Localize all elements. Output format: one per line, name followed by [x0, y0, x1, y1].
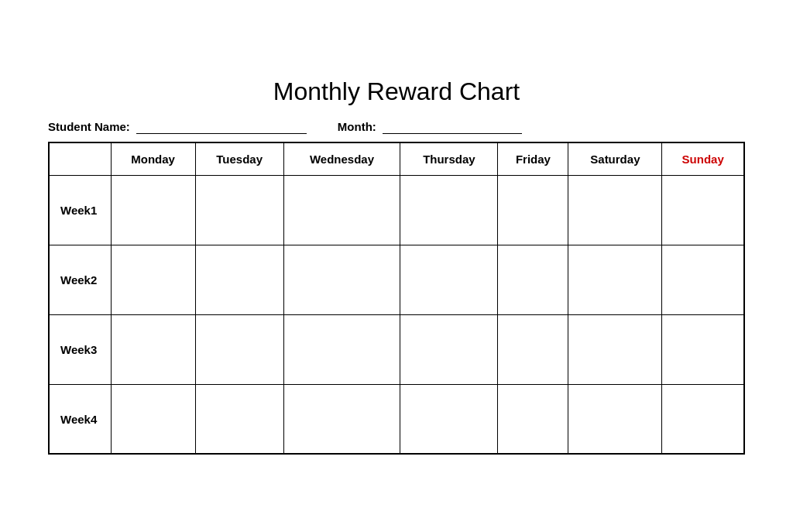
week3-label: Week3: [49, 314, 111, 384]
week3-tuesday[interactable]: [195, 314, 283, 384]
reward-chart-table: Monday Tuesday Wednesday Thursday Friday…: [48, 142, 745, 455]
week4-tuesday[interactable]: [195, 384, 283, 454]
week3-wednesday[interactable]: [283, 314, 400, 384]
week1-friday[interactable]: [498, 175, 568, 245]
page-title: Monthly Reward Chart: [48, 77, 745, 106]
week2-sunday[interactable]: [662, 245, 744, 314]
header-friday: Friday: [498, 142, 568, 176]
week4-wednesday[interactable]: [283, 384, 400, 454]
student-name-label: Student Name:: [48, 120, 130, 133]
table-row: Week3: [49, 314, 744, 384]
header-monday: Monday: [111, 142, 195, 176]
week2-wednesday[interactable]: [283, 245, 400, 314]
header-sunday: Sunday: [662, 142, 744, 176]
week2-label: Week2: [49, 245, 111, 314]
month-label: Month:: [338, 120, 376, 133]
student-name-group: Student Name:: [48, 120, 307, 134]
table-row: Week4: [49, 384, 744, 454]
week3-friday[interactable]: [498, 314, 568, 384]
week2-monday[interactable]: [111, 245, 195, 314]
week3-thursday[interactable]: [400, 314, 498, 384]
week4-thursday[interactable]: [400, 384, 498, 454]
week2-tuesday[interactable]: [195, 245, 283, 314]
header-tuesday: Tuesday: [195, 142, 283, 176]
month-group: Month:: [338, 120, 522, 134]
week2-friday[interactable]: [498, 245, 568, 314]
week1-monday[interactable]: [111, 175, 195, 245]
week1-label: Week1: [49, 175, 111, 245]
student-name-input[interactable]: [136, 120, 307, 134]
month-input[interactable]: [383, 120, 522, 134]
header-thursday: Thursday: [400, 142, 498, 176]
header-wednesday: Wednesday: [283, 142, 400, 176]
week1-saturday[interactable]: [568, 175, 662, 245]
header-saturday: Saturday: [568, 142, 662, 176]
table-row: Week2: [49, 245, 744, 314]
week3-sunday[interactable]: [662, 314, 744, 384]
week1-tuesday[interactable]: [195, 175, 283, 245]
header-week: [49, 142, 111, 176]
page-container: Monthly Reward Chart Student Name: Month…: [25, 62, 768, 471]
form-row: Student Name: Month:: [48, 120, 745, 134]
week4-friday[interactable]: [498, 384, 568, 454]
week4-sunday[interactable]: [662, 384, 744, 454]
week4-label: Week4: [49, 384, 111, 454]
table-header-row: Monday Tuesday Wednesday Thursday Friday…: [49, 142, 744, 176]
week1-thursday[interactable]: [400, 175, 498, 245]
week3-monday[interactable]: [111, 314, 195, 384]
week4-saturday[interactable]: [568, 384, 662, 454]
week2-thursday[interactable]: [400, 245, 498, 314]
week1-wednesday[interactable]: [283, 175, 400, 245]
week2-saturday[interactable]: [568, 245, 662, 314]
week1-sunday[interactable]: [662, 175, 744, 245]
week3-saturday[interactable]: [568, 314, 662, 384]
table-row: Week1: [49, 175, 744, 245]
week4-monday[interactable]: [111, 384, 195, 454]
